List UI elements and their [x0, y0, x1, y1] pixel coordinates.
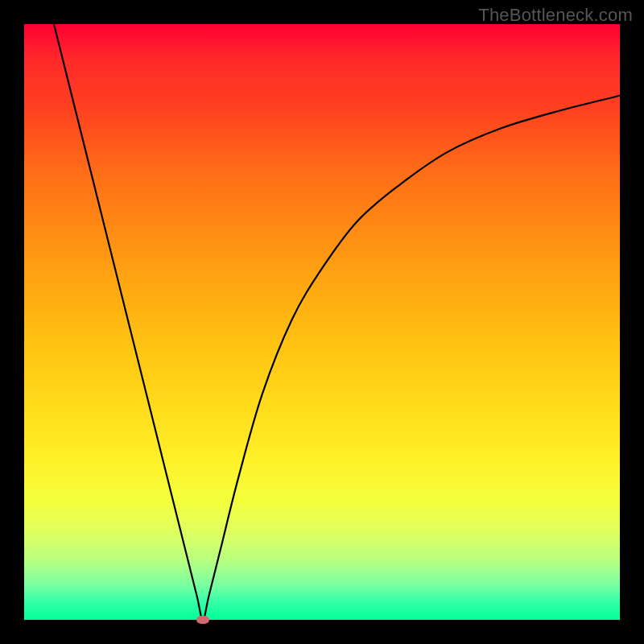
minimum-marker — [196, 616, 209, 624]
bottleneck-curve-path — [54, 24, 620, 620]
curve-svg — [24, 24, 620, 620]
chart-frame: TheBottleneck.com — [0, 0, 644, 644]
plot-area — [24, 24, 620, 620]
watermark-text: TheBottleneck.com — [478, 5, 633, 26]
